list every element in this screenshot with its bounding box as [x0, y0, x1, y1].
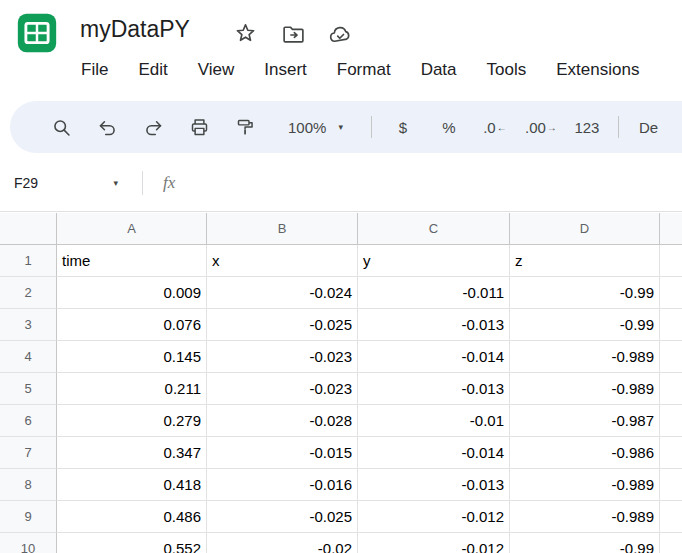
cell[interactable]: -0.989 — [510, 341, 660, 373]
cell[interactable]: -0.987 — [510, 405, 660, 437]
row-header-6[interactable]: 6 — [0, 405, 57, 437]
menu-data[interactable]: Data — [416, 60, 462, 80]
undo-button[interactable] — [84, 104, 130, 150]
cell[interactable]: -0.013 — [358, 469, 510, 501]
formula-bar: F29 ▾ fx — [0, 154, 682, 212]
cell[interactable]: -0.015 — [207, 437, 358, 469]
row-header-7[interactable]: 7 — [0, 437, 57, 469]
row-header-9[interactable]: 9 — [0, 501, 57, 533]
cell[interactable]: 0.552 — [57, 533, 207, 553]
paint-format-button[interactable] — [222, 104, 268, 150]
toolbar: 100% ▾ $ % .0← .00→ 123 De — [10, 101, 682, 153]
cell[interactable]: -0.014 — [358, 341, 510, 373]
column-header-B[interactable]: B — [207, 213, 358, 245]
cell[interactable]: 0.211 — [57, 373, 207, 405]
cell[interactable] — [660, 277, 682, 309]
document-title[interactable]: myDataPY — [80, 16, 190, 43]
cell[interactable]: -0.025 — [207, 501, 358, 533]
cell[interactable]: -0.023 — [207, 341, 358, 373]
cell[interactable]: 0.279 — [57, 405, 207, 437]
cell[interactable] — [660, 437, 682, 469]
cell[interactable]: -0.028 — [207, 405, 358, 437]
row-header-8[interactable]: 8 — [0, 469, 57, 501]
cell[interactable] — [660, 373, 682, 405]
row-header-10[interactable]: 10 — [0, 533, 57, 553]
cell[interactable] — [660, 533, 682, 553]
row-header-3[interactable]: 3 — [0, 309, 57, 341]
cell[interactable]: -0.013 — [358, 373, 510, 405]
star-icon[interactable] — [233, 20, 258, 45]
cell[interactable]: -0.02 — [207, 533, 358, 553]
cell[interactable]: -0.023 — [207, 373, 358, 405]
search-button[interactable] — [38, 104, 84, 150]
cell[interactable] — [660, 245, 682, 277]
cell[interactable]: -0.025 — [207, 309, 358, 341]
cell[interactable] — [660, 501, 682, 533]
column-header-partial[interactable] — [660, 213, 682, 245]
menu-insert[interactable]: Insert — [259, 60, 312, 80]
cell[interactable]: -0.012 — [358, 533, 510, 553]
number-format-button[interactable]: 123 — [564, 104, 610, 150]
menu-file[interactable]: File — [76, 60, 113, 80]
cell[interactable]: -0.016 — [207, 469, 358, 501]
cell[interactable]: -0.014 — [358, 437, 510, 469]
row-header-1[interactable]: 1 — [0, 245, 57, 277]
cell[interactable]: -0.99 — [510, 277, 660, 309]
row-header-4[interactable]: 4 — [0, 341, 57, 373]
row-header-2[interactable]: 2 — [0, 277, 57, 309]
cell[interactable]: 0.418 — [57, 469, 207, 501]
cell[interactable]: y — [358, 245, 510, 277]
cell[interactable]: 0.009 — [57, 277, 207, 309]
cell[interactable]: -0.986 — [510, 437, 660, 469]
menu-edit[interactable]: Edit — [133, 60, 172, 80]
cell[interactable]: 0.145 — [57, 341, 207, 373]
print-icon — [189, 117, 210, 138]
cell[interactable]: -0.99 — [510, 533, 660, 553]
row-header-5[interactable]: 5 — [0, 373, 57, 405]
decrease-decimal-button[interactable]: .0← — [472, 104, 518, 150]
menu-view[interactable]: View — [193, 60, 240, 80]
cell[interactable] — [660, 405, 682, 437]
cell[interactable]: -0.011 — [358, 277, 510, 309]
cell[interactable]: -0.989 — [510, 469, 660, 501]
menu-extensions[interactable]: Extensions — [551, 60, 644, 80]
redo-button[interactable] — [130, 104, 176, 150]
percent-format-button[interactable]: % — [426, 104, 472, 150]
cell[interactable]: z — [510, 245, 660, 277]
toolbar-divider — [371, 116, 372, 138]
cell[interactable]: x — [207, 245, 358, 277]
column-header-A[interactable]: A — [57, 213, 207, 245]
cell[interactable]: -0.013 — [358, 309, 510, 341]
move-folder-icon[interactable] — [281, 22, 306, 47]
menu-format[interactable]: Format — [332, 60, 396, 80]
cell[interactable]: 0.486 — [57, 501, 207, 533]
google-sheets-app: myDataPY File Edit View Insert Format Da… — [0, 0, 682, 553]
sheets-logo[interactable] — [14, 10, 60, 56]
menu-tools[interactable]: Tools — [482, 60, 532, 80]
cell[interactable]: -0.01 — [358, 405, 510, 437]
table-row: 40.145-0.023-0.014-0.989 — [0, 341, 682, 373]
font-select[interactable]: De — [639, 119, 658, 136]
currency-format-button[interactable]: $ — [380, 104, 426, 150]
increase-decimal-button[interactable]: .00→ — [518, 104, 564, 150]
name-box[interactable]: F29 ▾ — [0, 175, 132, 191]
cell[interactable]: 0.076 — [57, 309, 207, 341]
print-button[interactable] — [176, 104, 222, 150]
cell[interactable] — [660, 469, 682, 501]
cell[interactable]: time — [57, 245, 207, 277]
cell[interactable] — [660, 341, 682, 373]
cell[interactable]: -0.99 — [510, 309, 660, 341]
zoom-control[interactable]: 100% ▾ — [272, 119, 359, 136]
select-all-corner[interactable] — [0, 213, 57, 245]
formula-bar-divider — [142, 171, 143, 195]
cell[interactable]: -0.989 — [510, 373, 660, 405]
cell[interactable]: -0.024 — [207, 277, 358, 309]
cell[interactable]: -0.989 — [510, 501, 660, 533]
column-header-C[interactable]: C — [358, 213, 510, 245]
cloud-check-icon[interactable] — [328, 22, 353, 47]
cell[interactable]: -0.012 — [358, 501, 510, 533]
spreadsheet-grid: ABCD 1timexyz20.009-0.024-0.011-0.9930.0… — [0, 213, 682, 553]
cell[interactable] — [660, 309, 682, 341]
column-header-D[interactable]: D — [510, 213, 660, 245]
cell[interactable]: 0.347 — [57, 437, 207, 469]
